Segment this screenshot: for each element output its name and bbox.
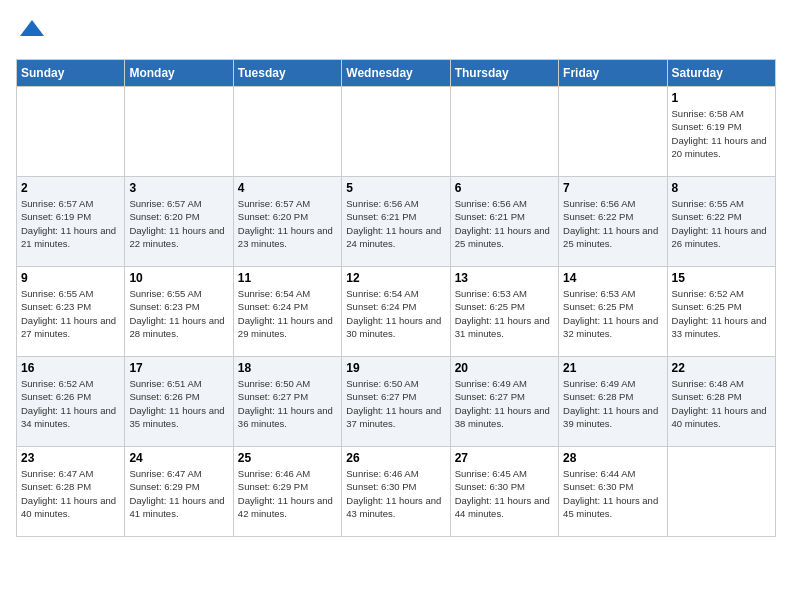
day-info: Sunrise: 6:57 AM Sunset: 6:20 PM Dayligh… [238,197,337,250]
day-number: 19 [346,361,445,375]
day-info: Sunrise: 6:53 AM Sunset: 6:25 PM Dayligh… [563,287,662,340]
week-row-4: 16Sunrise: 6:52 AM Sunset: 6:26 PM Dayli… [17,357,776,447]
day-number: 25 [238,451,337,465]
day-number: 12 [346,271,445,285]
calendar-cell [667,447,775,537]
day-info: Sunrise: 6:46 AM Sunset: 6:30 PM Dayligh… [346,467,445,520]
calendar-cell [559,87,667,177]
day-number: 18 [238,361,337,375]
day-number: 7 [563,181,662,195]
day-number: 8 [672,181,771,195]
calendar-cell [125,87,233,177]
weekday-header-wednesday: Wednesday [342,60,450,87]
day-number: 10 [129,271,228,285]
calendar-cell: 7Sunrise: 6:56 AM Sunset: 6:22 PM Daylig… [559,177,667,267]
day-number: 11 [238,271,337,285]
logo-icon [18,16,46,44]
weekday-header-sunday: Sunday [17,60,125,87]
calendar-cell: 24Sunrise: 6:47 AM Sunset: 6:29 PM Dayli… [125,447,233,537]
day-info: Sunrise: 6:49 AM Sunset: 6:27 PM Dayligh… [455,377,554,430]
day-info: Sunrise: 6:50 AM Sunset: 6:27 PM Dayligh… [346,377,445,430]
day-info: Sunrise: 6:56 AM Sunset: 6:22 PM Dayligh… [563,197,662,250]
day-number: 27 [455,451,554,465]
calendar-cell [342,87,450,177]
day-number: 23 [21,451,120,465]
weekday-header-row: SundayMondayTuesdayWednesdayThursdayFrid… [17,60,776,87]
calendar-cell: 26Sunrise: 6:46 AM Sunset: 6:30 PM Dayli… [342,447,450,537]
day-info: Sunrise: 6:54 AM Sunset: 6:24 PM Dayligh… [238,287,337,340]
calendar-table: SundayMondayTuesdayWednesdayThursdayFrid… [16,59,776,537]
day-info: Sunrise: 6:48 AM Sunset: 6:28 PM Dayligh… [672,377,771,430]
day-info: Sunrise: 6:54 AM Sunset: 6:24 PM Dayligh… [346,287,445,340]
day-info: Sunrise: 6:44 AM Sunset: 6:30 PM Dayligh… [563,467,662,520]
calendar-cell: 8Sunrise: 6:55 AM Sunset: 6:22 PM Daylig… [667,177,775,267]
calendar-cell: 19Sunrise: 6:50 AM Sunset: 6:27 PM Dayli… [342,357,450,447]
day-number: 28 [563,451,662,465]
day-number: 4 [238,181,337,195]
calendar-cell: 17Sunrise: 6:51 AM Sunset: 6:26 PM Dayli… [125,357,233,447]
calendar-cell: 21Sunrise: 6:49 AM Sunset: 6:28 PM Dayli… [559,357,667,447]
day-info: Sunrise: 6:47 AM Sunset: 6:29 PM Dayligh… [129,467,228,520]
calendar-cell: 12Sunrise: 6:54 AM Sunset: 6:24 PM Dayli… [342,267,450,357]
logo [16,16,46,49]
calendar-cell: 28Sunrise: 6:44 AM Sunset: 6:30 PM Dayli… [559,447,667,537]
calendar-cell [17,87,125,177]
calendar-cell: 9Sunrise: 6:55 AM Sunset: 6:23 PM Daylig… [17,267,125,357]
day-info: Sunrise: 6:52 AM Sunset: 6:25 PM Dayligh… [672,287,771,340]
day-number: 6 [455,181,554,195]
day-number: 22 [672,361,771,375]
day-info: Sunrise: 6:45 AM Sunset: 6:30 PM Dayligh… [455,467,554,520]
day-number: 3 [129,181,228,195]
week-row-1: 1Sunrise: 6:58 AM Sunset: 6:19 PM Daylig… [17,87,776,177]
week-row-5: 23Sunrise: 6:47 AM Sunset: 6:28 PM Dayli… [17,447,776,537]
day-number: 24 [129,451,228,465]
calendar-cell: 4Sunrise: 6:57 AM Sunset: 6:20 PM Daylig… [233,177,341,267]
svg-marker-0 [20,20,44,36]
page-header [16,16,776,49]
calendar-cell [450,87,558,177]
weekday-header-friday: Friday [559,60,667,87]
weekday-header-thursday: Thursday [450,60,558,87]
day-info: Sunrise: 6:56 AM Sunset: 6:21 PM Dayligh… [346,197,445,250]
day-number: 15 [672,271,771,285]
calendar-cell: 3Sunrise: 6:57 AM Sunset: 6:20 PM Daylig… [125,177,233,267]
day-info: Sunrise: 6:55 AM Sunset: 6:23 PM Dayligh… [21,287,120,340]
day-info: Sunrise: 6:57 AM Sunset: 6:20 PM Dayligh… [129,197,228,250]
calendar-cell [233,87,341,177]
calendar-cell: 6Sunrise: 6:56 AM Sunset: 6:21 PM Daylig… [450,177,558,267]
day-info: Sunrise: 6:49 AM Sunset: 6:28 PM Dayligh… [563,377,662,430]
calendar-cell: 2Sunrise: 6:57 AM Sunset: 6:19 PM Daylig… [17,177,125,267]
day-number: 17 [129,361,228,375]
day-info: Sunrise: 6:58 AM Sunset: 6:19 PM Dayligh… [672,107,771,160]
day-info: Sunrise: 6:47 AM Sunset: 6:28 PM Dayligh… [21,467,120,520]
calendar-cell: 15Sunrise: 6:52 AM Sunset: 6:25 PM Dayli… [667,267,775,357]
week-row-3: 9Sunrise: 6:55 AM Sunset: 6:23 PM Daylig… [17,267,776,357]
weekday-header-saturday: Saturday [667,60,775,87]
day-number: 26 [346,451,445,465]
calendar-cell: 14Sunrise: 6:53 AM Sunset: 6:25 PM Dayli… [559,267,667,357]
calendar-cell: 20Sunrise: 6:49 AM Sunset: 6:27 PM Dayli… [450,357,558,447]
calendar-cell: 22Sunrise: 6:48 AM Sunset: 6:28 PM Dayli… [667,357,775,447]
calendar-cell: 18Sunrise: 6:50 AM Sunset: 6:27 PM Dayli… [233,357,341,447]
calendar-cell: 10Sunrise: 6:55 AM Sunset: 6:23 PM Dayli… [125,267,233,357]
calendar-cell: 13Sunrise: 6:53 AM Sunset: 6:25 PM Dayli… [450,267,558,357]
day-info: Sunrise: 6:50 AM Sunset: 6:27 PM Dayligh… [238,377,337,430]
day-number: 13 [455,271,554,285]
calendar-cell: 25Sunrise: 6:46 AM Sunset: 6:29 PM Dayli… [233,447,341,537]
calendar-cell: 1Sunrise: 6:58 AM Sunset: 6:19 PM Daylig… [667,87,775,177]
day-info: Sunrise: 6:55 AM Sunset: 6:23 PM Dayligh… [129,287,228,340]
week-row-2: 2Sunrise: 6:57 AM Sunset: 6:19 PM Daylig… [17,177,776,267]
calendar-cell: 5Sunrise: 6:56 AM Sunset: 6:21 PM Daylig… [342,177,450,267]
day-info: Sunrise: 6:52 AM Sunset: 6:26 PM Dayligh… [21,377,120,430]
weekday-header-tuesday: Tuesday [233,60,341,87]
day-info: Sunrise: 6:55 AM Sunset: 6:22 PM Dayligh… [672,197,771,250]
day-info: Sunrise: 6:51 AM Sunset: 6:26 PM Dayligh… [129,377,228,430]
day-number: 16 [21,361,120,375]
calendar-cell: 23Sunrise: 6:47 AM Sunset: 6:28 PM Dayli… [17,447,125,537]
day-number: 14 [563,271,662,285]
day-number: 5 [346,181,445,195]
day-info: Sunrise: 6:56 AM Sunset: 6:21 PM Dayligh… [455,197,554,250]
calendar-cell: 16Sunrise: 6:52 AM Sunset: 6:26 PM Dayli… [17,357,125,447]
day-info: Sunrise: 6:46 AM Sunset: 6:29 PM Dayligh… [238,467,337,520]
day-info: Sunrise: 6:57 AM Sunset: 6:19 PM Dayligh… [21,197,120,250]
